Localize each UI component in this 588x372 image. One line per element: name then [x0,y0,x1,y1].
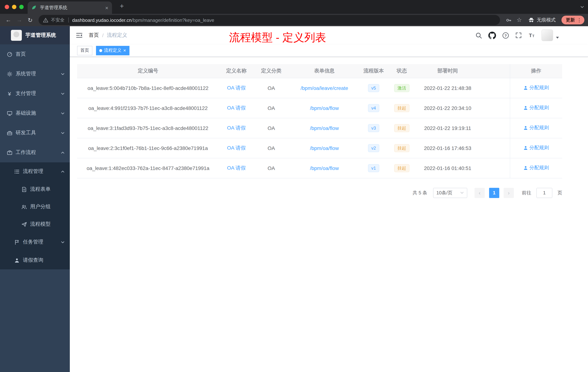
assign-rule-link[interactable]: 分配规则 [523,105,549,111]
sidebar-item-label: 流程表单 [30,186,51,193]
goto-page-input[interactable] [536,188,552,198]
update-button[interactable]: 更新 ⋮ [561,16,584,24]
window-zoom-button[interactable] [19,5,24,9]
sidebar-menu: 首页 系统管理 ¥ 支付管理 基础设施 [0,44,70,269]
warning-icon [43,17,48,23]
user-icon [523,166,528,170]
sidebar-item-system[interactable]: 系统管理 [0,64,70,84]
users-icon [21,204,27,210]
pagination-total: 共 5 条 [412,189,427,196]
sidebar-item-process-form[interactable]: 流程表单 [0,181,70,198]
page-content: 定义编号 定义名称 定义分类 表单信息 流程版本 状态 部署时间 操作 [70,57,588,372]
github-icon[interactable] [488,32,496,39]
category-cell: OA [254,98,289,118]
caret-down-icon[interactable] [555,35,560,40]
window-minimize-button[interactable] [12,5,16,9]
url-path: /bpm/manager/definition?key=oa_leave [132,17,214,23]
col-form-info: 表单信息 [289,64,360,78]
status-badge: 挂起 [394,144,410,152]
window-close-button[interactable] [5,5,9,9]
browser-chrome: 芋道管理系统 × + ← → ↻ 不安全 dashboard.yudao.ioc… [0,0,588,26]
flag-icon [14,239,20,245]
browser-tab[interactable]: 芋道管理系统 × [28,1,112,14]
table-header-row: 定义编号 定义名称 定义分类 表单信息 流程版本 状态 部署时间 操作 [77,64,562,78]
definition-table: 定义编号 定义名称 定义分类 表单信息 流程版本 状态 部署时间 操作 [77,64,562,178]
annotation-text: 流程模型 - 定义列表 [229,30,326,45]
search-icon[interactable] [475,32,482,39]
col-actions: 操作 [510,64,562,78]
sidebar-item-task-management[interactable]: 任务管理 [0,233,70,251]
sidebar-item-infrastructure[interactable]: 基础设施 [0,103,70,123]
filler-cell [479,98,510,118]
version-tag: v4 [368,104,379,112]
form-link[interactable]: /bpm/oa/leave/create [301,85,348,91]
definition-name-link[interactable]: OA 请假 [227,145,246,151]
category-cell: OA [254,158,289,178]
deploy-time-cell: 2022-01-22 21:48:38 [416,78,479,98]
sidebar-item-process-management[interactable]: 流程管理 [0,162,70,181]
assign-rule-link[interactable]: 分配规则 [523,85,549,91]
filler-cell [479,158,510,178]
prev-page-button[interactable]: ‹ [474,188,485,198]
sidebar-item-label: 基础设施 [16,110,36,117]
font-size-icon[interactable]: TT [528,32,535,39]
assign-rule-link[interactable]: 分配规则 [523,165,549,171]
bookmark-star-icon[interactable]: ☆ [516,17,522,23]
app-logo[interactable]: 芋道管理系统 [0,26,70,44]
sidebar-item-user-group[interactable]: 用户分组 [0,198,70,216]
definition-name-link[interactable]: OA 请假 [227,105,246,110]
incognito-label: 无痕模式 [537,17,556,23]
definition-name-link[interactable]: OA 请假 [227,165,246,171]
sidebar-item-devtools[interactable]: 研发工具 [0,123,70,143]
form-link[interactable]: /bpm/oa/flow [310,125,339,131]
fullscreen-icon[interactable] [515,32,522,39]
question-icon[interactable]: ? [502,32,509,39]
chevron-down-icon [61,72,65,76]
tab-close-icon[interactable]: × [105,5,108,10]
sidebar-item-home[interactable]: 首页 [0,44,70,64]
person-icon [14,257,20,263]
back-icon[interactable]: ← [4,17,13,23]
form-link[interactable]: /bpm/oa/flow [310,165,339,171]
sidebar-item-payment[interactable]: ¥ 支付管理 [0,84,70,103]
sidebar-item-workflow[interactable]: 工作流程 [0,143,70,162]
chevron-up-icon [61,169,65,174]
tag-home[interactable]: 首页 [77,46,92,55]
breadcrumb-home[interactable]: 首页 [89,32,99,39]
filler-cell [479,118,510,138]
definition-name-link[interactable]: OA 请假 [227,85,246,90]
user-avatar[interactable] [541,30,553,41]
assign-rule-link[interactable]: 分配规则 [523,145,549,151]
new-tab-button[interactable]: + [117,2,126,10]
logo-avatar [11,30,22,41]
sidebar-item-leave-query[interactable]: 请假查询 [0,251,70,269]
document-icon [21,186,27,192]
col-definition-category: 定义分类 [254,64,289,78]
hamburger-icon[interactable] [76,32,83,39]
definition-name-link[interactable]: OA 请假 [227,125,246,131]
assign-rule-link[interactable]: 分配规则 [523,125,549,131]
status-badge: 挂起 [394,104,410,112]
tags-view: 首页 流程定义 × [70,44,588,57]
sidebar-item-label: 请假查询 [23,257,43,263]
tag-process-definition[interactable]: 流程定义 × [96,46,129,55]
next-page-button[interactable]: › [504,188,514,198]
key-icon[interactable] [505,17,512,23]
sidebar-item-process-model[interactable]: 流程模型 [0,216,70,233]
deploy-time-cell: 2022-01-16 01:40:51 [416,158,479,178]
page-size-select[interactable]: 10条/页 [433,188,467,198]
forward-icon[interactable]: → [15,17,24,23]
browser-menu-icon[interactable]: ⋮ [577,17,582,22]
tag-close-icon[interactable]: × [123,48,126,53]
form-link[interactable]: /bpm/oa/flow [310,145,339,151]
deploy-time-cell: 2022-01-16 17:46:53 [416,138,479,158]
address-bar[interactable]: 不安全 dashboard.yudao.iocoder.cn/bpm/manag… [39,15,500,25]
page-1-button[interactable]: 1 [489,188,499,198]
col-definition-id: 定义编号 [77,64,219,78]
table-row: oa_leave:5:004b710b-7b8a-11ec-8ef0-acde4… [77,78,562,98]
refresh-icon[interactable]: ↻ [25,17,35,23]
form-link[interactable]: /bpm/oa/flow [310,105,339,111]
breadcrumb-current: 流程定义 [107,32,127,39]
tab-list-chevron-icon[interactable] [580,5,584,9]
chevron-down-icon [460,191,464,195]
